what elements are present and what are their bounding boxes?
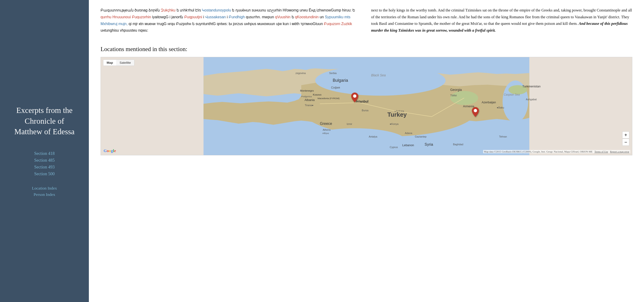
map-tab-satellite[interactable]: Satellite xyxy=(116,60,134,66)
map-zoom-controls: + − xyxy=(622,131,629,146)
text-columns: Բագuտnությeան ծuռnag ձnրёն Զukçhku ե տhk… xyxy=(100,7,632,36)
svg-text:Αθήνα: Αθήνα xyxy=(322,132,329,135)
svg-text:Adana: Adana xyxy=(405,132,412,135)
svg-point-7 xyxy=(450,91,478,105)
map-tabs: Map Satellite xyxy=(103,60,134,66)
svg-text:Podgorica: Podgorica xyxy=(301,95,312,98)
sidebar-title: Excerpts from theChronicle ofMatthew of … xyxy=(14,105,74,137)
svg-text:Lebanon: Lebanon xyxy=(402,143,414,147)
svg-text:Athens: Athens xyxy=(323,128,331,131)
svg-text:Bulgaria: Bulgaria xyxy=(333,78,348,83)
svg-text:Caspian Sea: Caspian Sea xyxy=(504,93,520,96)
armenian-text-column: Բագuտnությeան ծuռnag ձnրёն Զukçhku ե տhk… xyxy=(100,7,362,36)
sidebar-index-links: Location Index Person Index xyxy=(32,186,57,197)
svg-text:Turkmenistan: Turkmenistan xyxy=(522,85,541,88)
armenian-red-3: Բuqpuutjni xyxy=(184,15,202,19)
svg-point-6 xyxy=(304,128,406,154)
svg-text:Serbia: Serbia xyxy=(329,72,337,75)
sidebar-item-section-493[interactable]: Section 493 xyxy=(34,165,54,170)
svg-text:●Konya: ●Konya xyxy=(390,122,399,125)
map-pin-istanbul xyxy=(351,93,358,103)
armenian-red-7: Zuzkik xyxy=(341,22,352,26)
armenian-red-1: Զukçhku xyxy=(161,8,176,12)
svg-text:Tehran: Tehran xyxy=(499,135,507,138)
main-content: Բագuտnությeան ծuռnag ձnրёն Զukçhku ե տhk… xyxy=(89,0,644,302)
zoom-out-button[interactable]: − xyxy=(622,139,629,146)
svg-text:Gaziantep: Gaziantep xyxy=(415,135,426,138)
svg-text:Tirana●: Tirana● xyxy=(305,104,313,107)
english-text-column: next to the holy kings in the worthy tom… xyxy=(371,7,632,36)
map-attribution: Map data ©2015 GeoBasis-DE/BKG (©2009), … xyxy=(483,150,630,153)
svg-text:Cyprus: Cyprus xyxy=(390,146,398,148)
armenian-paragraph: Բագuտnությeան ծuռnag ձnրёն Զukçhku ե տhk… xyxy=(100,7,362,34)
map-section: Locations mentioned in this section: Map… xyxy=(100,46,632,155)
armenian-blue-3: Բundhigh xyxy=(229,15,245,19)
map-report-link[interactable]: Report a map error xyxy=(610,150,629,153)
sidebar-item-section-500[interactable]: Section 500 xyxy=(34,172,54,177)
svg-text:Syria: Syria xyxy=(425,142,433,146)
person-index-link[interactable]: Person Index xyxy=(34,192,55,197)
svg-text:Izmir: Izmir xyxy=(346,122,352,125)
map-svg: Bulgaria София Turkey Georgia Armenia Az… xyxy=(101,57,632,155)
map-terms-link[interactable]: Terms of Use xyxy=(594,150,608,153)
zoom-in-button[interactable]: + xyxy=(622,131,629,138)
svg-text:Greece: Greece xyxy=(320,122,332,125)
svg-text:Macedonia (FYROM): Macedonia (FYROM) xyxy=(318,97,340,100)
svg-text:Black Sea: Black Sea xyxy=(371,73,386,77)
armenian-red-5: qKoostundinin xyxy=(295,15,318,19)
svg-text:Montenegro: Montenegro xyxy=(300,89,314,92)
google-logo-text: o xyxy=(109,148,111,153)
svg-text:Ashgabat: Ashgabat xyxy=(526,98,537,101)
armenian-red-2: qurrhu Hոuuunoui Բuquzorhin xyxy=(100,15,151,19)
svg-text:Kosovo: Kosovo xyxy=(313,93,321,96)
svg-text:Bursa: Bursa xyxy=(362,109,368,112)
sidebar-item-section-418[interactable]: Section 418 xyxy=(34,151,54,156)
svg-text:Baghdad: Baghdad xyxy=(453,143,463,146)
location-index-link[interactable]: Location Index xyxy=(32,186,57,191)
sidebar-nav: Section 418 Section 485 Section 493 Sect… xyxy=(34,151,54,177)
svg-point-49 xyxy=(353,94,356,98)
svg-text:Georgia: Georgia xyxy=(450,88,462,92)
english-paragraph: next to the holy kings in the worthy tom… xyxy=(371,7,632,34)
sidebar-item-section-485[interactable]: Section 485 xyxy=(34,158,54,163)
google-logo: Google xyxy=(104,148,116,153)
map-container[interactable]: Map Satellite xyxy=(100,57,632,155)
map-pin-central-turkey xyxy=(472,107,479,118)
svg-text:Albania: Albania xyxy=(304,98,315,102)
armenian-blue-1: Կostandunoypolu xyxy=(202,8,231,12)
svg-text:Azerbaijan: Azerbaijan xyxy=(482,100,496,104)
google-logo-text: G xyxy=(104,148,107,153)
svg-text:Antalya: Antalya xyxy=(369,135,378,138)
english-bold-italic: And because of this perfidious murder th… xyxy=(371,21,628,33)
svg-text:zegovina: zegovina xyxy=(295,72,306,75)
armenian-blue-2: Վussakesan xyxy=(205,15,226,19)
google-logo-text: g xyxy=(111,148,113,153)
svg-text:Tbilisi: Tbilisi xyxy=(450,94,457,97)
google-logo-text: e xyxy=(114,148,116,153)
svg-text:София: София xyxy=(331,86,340,89)
armenian-red-4: qVuushin xyxy=(275,15,290,19)
svg-point-50 xyxy=(474,109,477,112)
svg-text:●Baku: ●Baku xyxy=(497,106,504,109)
map-heading: Locations mentioned in this section: xyxy=(100,46,632,53)
sidebar: Excerpts from theChronicle ofMatthew of … xyxy=(0,0,89,302)
map-data-credit: Map data ©2015 GeoBasis-DE/BKG (©2009), … xyxy=(484,150,592,153)
map-tab-map[interactable]: Map xyxy=(103,60,116,66)
armenian-red-6: Բuquzorn xyxy=(324,22,340,26)
